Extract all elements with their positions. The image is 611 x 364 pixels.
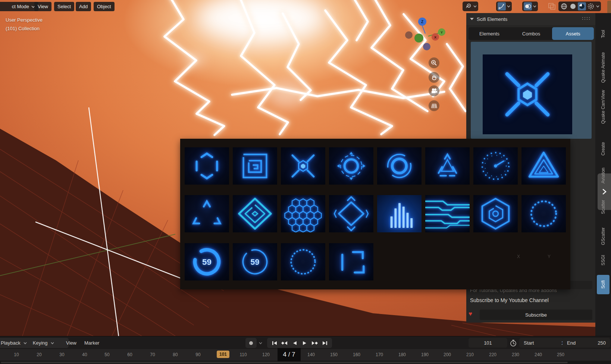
orthographic-toggle-button[interactable] — [429, 100, 439, 111]
gizmo-visibility-dropdown[interactable] — [463, 1, 478, 11]
asset-thumb-bar-equalizer[interactable] — [377, 195, 422, 232]
asset-thumb-circle-reticle[interactable] — [329, 147, 373, 185]
jump-to-start-button[interactable] — [269, 338, 279, 348]
asset-thumb-diamond-spiral[interactable] — [233, 195, 277, 232]
shading-rendered-icon[interactable] — [587, 2, 595, 10]
tick: 240 — [535, 352, 542, 357]
asset-thumb-nested-squares[interactable] — [233, 147, 277, 185]
progress-value: 59 — [251, 258, 260, 267]
tab-elements[interactable]: Elements — [469, 27, 510, 40]
scrollbar-handle[interactable] — [1, 362, 568, 363]
chevron-right-icon — [602, 189, 607, 195]
timeline-view-menu[interactable]: View — [66, 338, 76, 348]
timeline-editor[interactable]: Playback Keying View Marker 101 — [0, 336, 611, 364]
current-frame-field[interactable]: 101 — [469, 338, 507, 348]
tab-assets[interactable]: Assets — [552, 27, 594, 40]
asset-thumb-dotted-circle[interactable] — [281, 243, 325, 280]
menu-view[interactable]: View — [34, 2, 51, 11]
asset-thumb-concentric-triangles[interactable] — [521, 147, 566, 185]
zoom-button[interactable] — [429, 57, 439, 68]
menu-select[interactable]: Select — [54, 2, 74, 11]
asset-thumb-hex-spiral[interactable] — [473, 195, 518, 232]
side-tab-create[interactable]: Create — [597, 137, 610, 160]
side-tab-scifi[interactable]: Scifi — [597, 275, 610, 294]
transport-controls — [267, 338, 332, 348]
subscribe-button[interactable]: Subscribe — [480, 310, 592, 320]
next-keyframe-button[interactable] — [310, 338, 320, 348]
asset-thumb-triangle-arrows[interactable] — [425, 147, 470, 185]
gizmo-minus-x-axis[interactable] — [405, 31, 413, 39]
gizmos-toggle-group[interactable] — [496, 1, 512, 11]
side-tab-tool[interactable]: Tool — [597, 21, 610, 47]
shading-material-preview-icon[interactable] — [578, 2, 586, 10]
object-mode-dropdown[interactable]: ct Mode — [0, 2, 38, 11]
asset-thumb-honeycomb[interactable] — [281, 195, 325, 232]
menu-object[interactable]: Object — [94, 2, 115, 11]
chevron-down-icon — [507, 2, 510, 10]
shading-solid-icon[interactable] — [569, 2, 577, 10]
timeline-scrollbar[interactable] — [0, 361, 611, 364]
play-forward-button[interactable] — [300, 338, 310, 348]
jump-to-end-button[interactable] — [320, 338, 330, 348]
asset-browser-popup: 59 59 X Y — [180, 139, 570, 289]
xray-toggle-icon[interactable] — [548, 2, 557, 10]
gizmo-minus-z-axis[interactable] — [423, 43, 430, 50]
timeline-ruler[interactable]: 10 20 30 40 50 60 70 80 90 101 110 120 1… — [0, 349, 611, 361]
shading-wireframe-icon[interactable] — [560, 2, 568, 10]
auto-key-dropdown[interactable] — [259, 338, 262, 348]
side-tab-gscatter[interactable]: GScatter — [597, 224, 610, 248]
asset-thumb-double-ring[interactable] — [377, 147, 422, 185]
magnifier-plus-icon — [431, 60, 437, 66]
asset-thumb-hex-brackets[interactable] — [185, 147, 229, 185]
play-reverse-button[interactable] — [289, 338, 300, 348]
asset-thumb-corner-brackets[interactable] — [329, 243, 373, 280]
asset-preview-image — [483, 54, 572, 134]
region-expand-overlay[interactable] — [598, 173, 611, 210]
side-tab-quake-animate[interactable]: Quake Animate — [597, 48, 610, 87]
gizmos-toggle-icon[interactable] — [498, 2, 506, 10]
asset-thumb-diamond-chevrons[interactable] — [329, 195, 373, 232]
tick: 40 — [82, 352, 87, 357]
overlays-toggle-group[interactable] — [522, 1, 538, 11]
timeline-marker-menu[interactable]: Marker — [84, 338, 99, 348]
asset-thumb-x-cross-hex[interactable] — [281, 147, 325, 185]
side-tab-quake-cam[interactable]: Quake Cam — [597, 95, 610, 129]
drag-dots-icon[interactable] — [582, 17, 590, 21]
hand-icon — [431, 75, 437, 81]
camera-view-button[interactable] — [429, 85, 439, 96]
end-label: End — [567, 340, 576, 346]
asset-preview[interactable] — [471, 42, 592, 139]
record-dot-icon — [249, 341, 253, 345]
start-frame-field[interactable]: Start 1 — [519, 338, 568, 348]
tab-combos[interactable]: Combos — [510, 27, 552, 40]
nav-gizmo[interactable]: Z Y X — [403, 16, 446, 53]
asset-thumb-circuit-traces[interactable] — [425, 195, 470, 232]
asset-thumb-progress-59-bold[interactable]: 59 — [185, 243, 229, 280]
asset-thumb-progress-59-thin[interactable]: 59 — [233, 243, 277, 280]
end-frame-field[interactable]: End 250 — [563, 338, 610, 348]
gizmo-y-axis[interactable] — [414, 34, 423, 43]
tick: 70 — [150, 352, 155, 357]
tick: 190 — [421, 352, 429, 357]
asset-thumb-triangle-corners[interactable] — [185, 195, 229, 232]
tick: 20 — [37, 352, 41, 357]
keying-menu[interactable]: Keying — [33, 340, 48, 346]
tick: 160 — [353, 352, 360, 357]
menu-add[interactable]: Add — [76, 2, 91, 11]
pan-button[interactable] — [429, 72, 439, 83]
stopwatch-icon[interactable] — [510, 339, 517, 347]
tick: 230 — [512, 352, 519, 357]
overlays-toggle-icon[interactable] — [524, 2, 532, 10]
collapse-triangle-icon[interactable] — [470, 18, 474, 21]
playhead-frame-badge[interactable]: 101 — [217, 351, 229, 358]
playback-menu[interactable]: Playback — [1, 340, 21, 346]
side-tab-ssgi[interactable]: SSGI — [597, 252, 610, 268]
panel-header[interactable]: Scifi Elements — [466, 13, 595, 25]
asset-thumb-dotted-ring[interactable] — [521, 195, 566, 232]
auto-key-record-button[interactable] — [245, 338, 257, 348]
x-cross-hex-preview — [483, 54, 572, 134]
tick: 120 — [262, 352, 270, 357]
asset-thumb-clock-dial[interactable] — [473, 147, 518, 185]
shading-mode-group[interactable] — [558, 1, 601, 11]
prev-keyframe-button[interactable] — [279, 338, 289, 348]
